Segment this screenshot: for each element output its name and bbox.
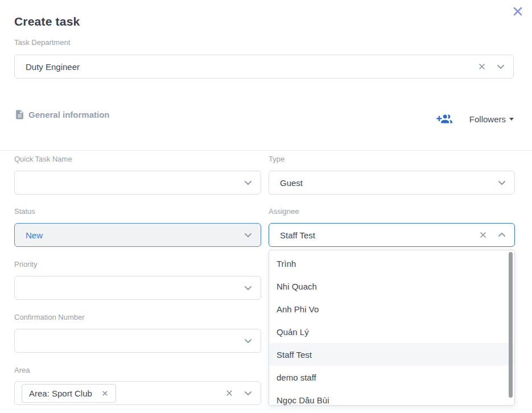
confirmation-number-label: Confirmation Number bbox=[14, 313, 85, 321]
type-value: Guest bbox=[280, 178, 303, 188]
dropdown-scrollbar-thumb[interactable] bbox=[509, 252, 513, 398]
status-select[interactable]: New bbox=[14, 223, 261, 247]
chevron-up-icon[interactable] bbox=[497, 230, 507, 240]
area-tag-label: Area: Sport Club bbox=[29, 389, 92, 398]
priority-select[interactable] bbox=[14, 276, 261, 300]
assignee-label: Assignee bbox=[269, 207, 299, 216]
assignee-select[interactable]: Staff Test bbox=[269, 223, 515, 247]
status-value: New bbox=[26, 230, 43, 240]
create-task-modal: Create task Task Department Duty Enginee… bbox=[0, 0, 532, 413]
chevron-down-icon[interactable] bbox=[243, 230, 253, 240]
section-title-text: General information bbox=[28, 110, 110, 119]
followers-controls: Followers bbox=[436, 113, 514, 126]
type-label: Type bbox=[269, 155, 284, 163]
modal-title: Create task bbox=[14, 15, 80, 28]
quick-task-name-label: Quick Task Name bbox=[14, 155, 72, 163]
dropdown-option[interactable]: Anh Phi Vo bbox=[269, 298, 514, 320]
type-select[interactable]: Guest bbox=[269, 171, 515, 195]
dropdown-option[interactable]: Trình bbox=[269, 252, 514, 275]
add-followers-icon[interactable] bbox=[436, 113, 452, 126]
confirmation-number-select[interactable] bbox=[14, 329, 261, 353]
quick-task-name-select[interactable] bbox=[14, 171, 261, 195]
area-tag: Area: Sport Club bbox=[22, 384, 116, 403]
clear-icon[interactable] bbox=[479, 230, 488, 239]
clear-icon[interactable] bbox=[477, 62, 486, 71]
section-divider bbox=[0, 150, 532, 151]
area-label: Area bbox=[14, 366, 30, 374]
dropdown-option[interactable]: Nhi Quach bbox=[269, 275, 514, 298]
assignee-value: Staff Test bbox=[280, 230, 315, 240]
followers-label: Followers bbox=[469, 114, 506, 124]
chevron-down-icon[interactable] bbox=[243, 177, 253, 188]
followers-dropdown-button[interactable]: Followers bbox=[458, 114, 514, 124]
area-select[interactable]: Area: Sport Club bbox=[14, 381, 261, 405]
general-information-section: General information bbox=[14, 109, 110, 120]
dropdown-option[interactable]: Quản Lý bbox=[269, 320, 514, 343]
document-icon bbox=[14, 109, 25, 120]
dropdown-option[interactable]: demo staff bbox=[269, 366, 514, 389]
close-button[interactable] bbox=[510, 4, 525, 19]
dropdown-option[interactable]: Ngọc Dâu Bùi bbox=[269, 389, 514, 406]
clear-icon[interactable] bbox=[225, 389, 234, 398]
chevron-down-icon[interactable] bbox=[243, 283, 253, 293]
close-icon bbox=[512, 5, 524, 18]
chevron-down-icon[interactable] bbox=[243, 336, 253, 346]
status-label: Status bbox=[14, 207, 35, 216]
priority-label: Priority bbox=[14, 260, 37, 269]
chevron-down-icon[interactable] bbox=[243, 388, 253, 398]
dropdown-option-selected[interactable]: Staff Test bbox=[269, 343, 514, 366]
task-department-label: Task Department bbox=[14, 38, 70, 47]
caret-down-icon bbox=[509, 118, 514, 121]
task-department-value: Duty Engineer bbox=[26, 62, 80, 72]
chevron-down-icon[interactable] bbox=[497, 177, 507, 188]
remove-tag-icon[interactable] bbox=[101, 390, 109, 397]
assignee-dropdown-list: Trình Nhi Quach Anh Phi Vo Quản Lý Staff… bbox=[269, 250, 515, 406]
task-department-select[interactable]: Duty Engineer bbox=[14, 55, 514, 79]
chevron-down-icon[interactable] bbox=[496, 61, 506, 72]
